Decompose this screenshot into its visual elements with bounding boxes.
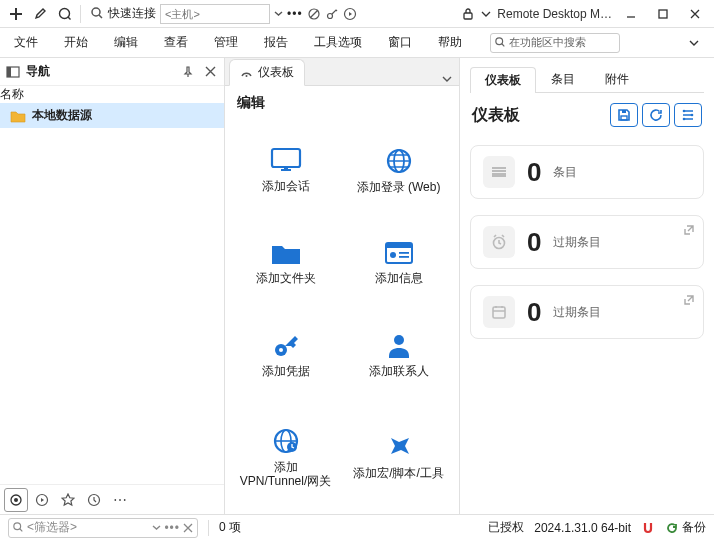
menu-start[interactable]: 开始 (60, 32, 92, 53)
nav-tree: 本地数据源 (0, 103, 224, 484)
top-toolbar: 快速连接 ••• Remote Desktop M… (0, 0, 714, 28)
svg-point-22 (390, 252, 396, 258)
view-vault-icon[interactable] (4, 488, 28, 512)
menu-window[interactable]: 窗口 (384, 32, 416, 53)
quickconnect-box: 快速连接 ••• (91, 4, 357, 24)
dropdown-icon[interactable] (481, 9, 491, 19)
nav-panel: 导航 名称 本地数据源 ⋯ (0, 58, 225, 514)
status-item-count: 0 项 (219, 519, 241, 536)
stat-overdue[interactable]: 0 过期条目 (470, 215, 704, 269)
nav-column-name: 名称 (0, 86, 224, 103)
folder-icon (10, 109, 26, 123)
tabs-chevron[interactable] (441, 73, 453, 85)
ribbon-search[interactable]: 在功能区中搜索 (490, 33, 620, 53)
status-backup[interactable]: 备份 (665, 519, 706, 536)
view-more-icon[interactable]: ⋯ (108, 488, 132, 512)
lock-icon[interactable] (461, 7, 475, 21)
stat-overdue-2[interactable]: 0 过期条目 (470, 285, 704, 339)
status-online-indicator[interactable] (641, 521, 655, 535)
view-favorites-icon[interactable] (56, 488, 80, 512)
svg-rect-32 (622, 110, 626, 113)
add-vpn-button[interactable]: 添加 VPN/Tunnel/网关 (231, 406, 340, 508)
tab-dashboard-label: 仪表板 (258, 64, 294, 81)
svg-rect-38 (492, 173, 506, 177)
magnet-icon (641, 521, 655, 535)
chevron-down-icon[interactable] (152, 523, 161, 532)
svg-point-11 (14, 498, 18, 502)
section-edit-title: 编辑 (225, 86, 459, 120)
tab-dashboard[interactable]: 仪表板 (229, 59, 305, 86)
window-maximize[interactable] (650, 3, 676, 25)
rtab-dashboard[interactable]: 仪表板 (470, 67, 536, 93)
close-icon[interactable] (202, 64, 218, 80)
add-session-button[interactable]: 添加会话 (231, 126, 340, 213)
view-play-icon[interactable] (30, 488, 54, 512)
menu-help[interactable]: 帮助 (434, 32, 466, 53)
quickconnect-host-input[interactable] (160, 4, 270, 24)
calendar-icon (483, 296, 515, 328)
svg-rect-9 (7, 67, 11, 77)
status-licensed: 已授权 (488, 519, 524, 536)
svg-rect-6 (659, 10, 667, 18)
filter-input[interactable]: <筛选器> ••• (8, 518, 198, 538)
window-close[interactable] (682, 3, 708, 25)
add-folder-button[interactable]: 添加文件夹 (231, 221, 340, 304)
svg-rect-31 (621, 116, 627, 120)
menu-manage[interactable]: 管理 (210, 32, 242, 53)
refresh-button[interactable] (642, 103, 670, 127)
edit-icon[interactable] (30, 4, 50, 24)
external-link-icon[interactable] (683, 294, 695, 306)
status-bar: <筛选器> ••• 0 项 已授权 2024.1.31.0 64-bit 备份 (0, 514, 714, 540)
add-contact-button[interactable]: 添加联系人 (344, 313, 453, 398)
gauge-icon (240, 66, 253, 79)
filter-more-icon[interactable]: ••• (164, 521, 180, 535)
target-icon[interactable] (307, 7, 321, 21)
menu-file[interactable]: 文件 (10, 32, 42, 53)
ribbon-collapse[interactable] (684, 33, 704, 53)
filter-ph: <筛选器> (27, 519, 149, 536)
right-header: 仪表板 (470, 93, 704, 137)
rtab-items[interactable]: 条目 (536, 66, 590, 92)
save-button[interactable] (610, 103, 638, 127)
status-version: 2024.1.31.0 64-bit (534, 521, 631, 535)
svg-point-34 (691, 114, 694, 117)
svg-point-35 (683, 118, 686, 121)
menubar: 文件 开始 编辑 查看 管理 报告 工具选项 窗口 帮助 在功能区中搜索 (0, 28, 714, 58)
svg-point-26 (279, 348, 283, 352)
svg-point-1 (92, 8, 100, 16)
window-minimize[interactable] (618, 3, 644, 25)
key-icon[interactable] (325, 7, 339, 21)
rtab-attachments[interactable]: 附件 (590, 66, 644, 92)
search-icon (91, 7, 104, 20)
play-icon[interactable] (343, 7, 357, 21)
svg-rect-40 (493, 307, 505, 318)
stat-items[interactable]: 0 条目 (470, 145, 704, 199)
settings-button[interactable] (674, 103, 702, 127)
separator (80, 5, 81, 23)
more-icon[interactable]: ••• (287, 7, 303, 21)
properties-icon[interactable] (54, 4, 74, 24)
svg-rect-17 (284, 167, 288, 170)
clear-icon[interactable] (183, 523, 193, 533)
nav-header: 导航 (0, 58, 224, 86)
svg-rect-21 (386, 243, 412, 248)
add-info-button[interactable]: 添加信息 (344, 221, 453, 304)
view-recent-icon[interactable] (82, 488, 106, 512)
menu-edit[interactable]: 编辑 (110, 32, 142, 53)
tree-item-local-ds[interactable]: 本地数据源 (0, 103, 224, 128)
svg-rect-24 (399, 256, 409, 258)
menu-tooloptions[interactable]: 工具选项 (310, 32, 366, 53)
chevron-down-icon[interactable] (274, 9, 283, 18)
svg-point-27 (394, 335, 404, 345)
dashboard-grid: 添加会话 添加登录 (Web) 添加文件夹 添加信息 添加凭据 添加联系人 (225, 120, 459, 514)
menu-view[interactable]: 查看 (160, 32, 192, 53)
external-link-icon[interactable] (683, 224, 695, 236)
add-web-login-button[interactable]: 添加登录 (Web) (344, 126, 453, 213)
menu-report[interactable]: 报告 (260, 32, 292, 53)
new-icon[interactable] (6, 4, 26, 24)
pin-icon[interactable] (180, 64, 196, 80)
quickconnect-label: 快速连接 (108, 5, 156, 22)
tree-item-label: 本地数据源 (32, 107, 92, 124)
add-macro-button[interactable]: 添加宏/脚本/工具 (344, 406, 453, 508)
add-credential-button[interactable]: 添加凭据 (231, 313, 340, 398)
